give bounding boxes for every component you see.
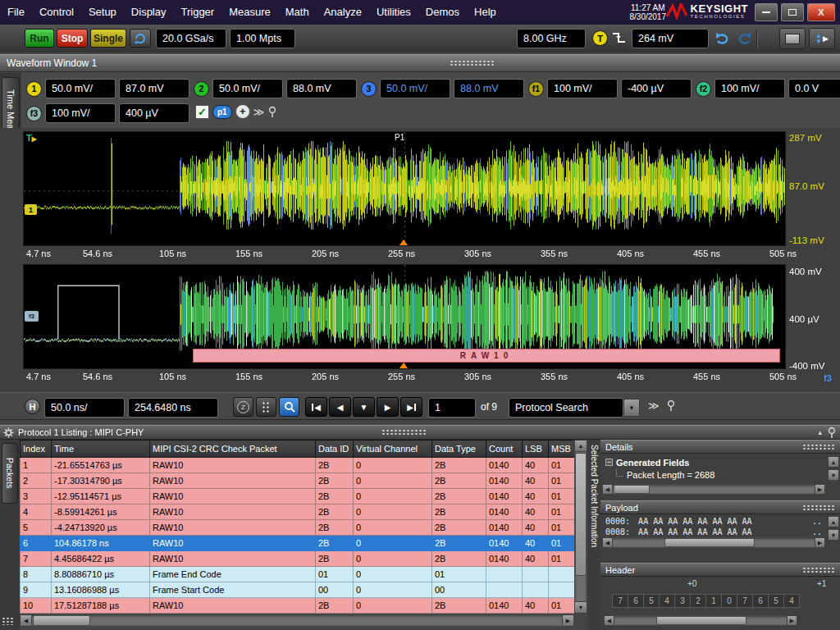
column-header-count[interactable]: Count — [486, 441, 523, 458]
stop-navigation-button[interactable]: ▼ — [353, 397, 375, 417]
details-hscrollbar-thumb[interactable] — [614, 485, 650, 494]
packet-row-4[interactable]: 4-8.59914261 µsRAW102B02B01404001 — [21, 504, 575, 520]
payload-hscrollbar-thumb[interactable] — [664, 538, 755, 547]
function-3-offset[interactable]: 400 µV — [119, 103, 189, 123]
event-index-input[interactable]: 1 — [428, 398, 476, 418]
horizontal-position-display[interactable]: 254.6480 ns — [128, 398, 218, 418]
packet-table[interactable]: IndexTimeMIPI CSI-2 CRC Check PacketData… — [20, 440, 575, 614]
packet-row-8[interactable]: 88.80886710 µsFrame End Code01001 — [21, 567, 575, 582]
trigger-level-display[interactable]: 264 mV — [632, 29, 709, 48]
details-section-header[interactable]: Details — [600, 440, 840, 454]
waveform-window-titlebar[interactable]: Waveform Window 1 — [0, 54, 840, 72]
scroll-down-icon[interactable]: ▼ — [828, 469, 839, 481]
waveform-canvas-1[interactable] — [24, 132, 785, 245]
single-button[interactable]: Single — [90, 29, 126, 48]
scroll-left-icon[interactable]: ◀ — [602, 537, 613, 548]
packet-row-3[interactable]: 3-12.95114571 µsRAW102B02B01404001 — [21, 489, 575, 504]
menu-item-utilities[interactable]: Utilities — [369, 6, 418, 18]
previous-event-button[interactable]: ◀ — [329, 397, 351, 417]
packet-row-5[interactable]: 5-4.24713920 µsRAW102B02B01404001 — [21, 520, 575, 536]
table-hscrollbar-thumb[interactable] — [33, 615, 90, 626]
first-event-button[interactable]: ◀ — [305, 397, 327, 417]
restore-button[interactable] — [781, 3, 804, 21]
channel-2-offset[interactable]: 88.0 mV — [286, 79, 357, 98]
undo-icon[interactable] — [715, 31, 732, 48]
dropdown-arrow-icon[interactable]: ▼ — [623, 399, 640, 417]
menu-item-math[interactable]: Math — [278, 6, 317, 18]
column-header-lsb[interactable]: LSB — [523, 441, 549, 458]
column-header-time[interactable]: Time — [52, 441, 150, 458]
trigger-edge-icon[interactable] — [611, 31, 628, 48]
menu-item-demos[interactable]: Demos — [418, 6, 467, 18]
menu-item-trigger[interactable]: Trigger — [173, 6, 221, 18]
scroll-left-icon[interactable]: ◀ — [604, 615, 614, 626]
menu-item-measure[interactable]: Measure — [221, 6, 278, 18]
drag-grip[interactable] — [381, 429, 427, 436]
bandwidth-display[interactable]: 8.00 GHz — [517, 29, 586, 48]
column-header-msb[interactable]: MSB — [549, 441, 575, 458]
menu-item-analyze[interactable]: Analyze — [317, 6, 369, 18]
pan-handle-icon[interactable] — [256, 397, 276, 417]
column-header-mipi-csi-2-crc-check-packet[interactable]: MIPI CSI-2 CRC Check Packet — [150, 441, 316, 458]
packet-row-10[interactable]: 1017.51287188 µsRAW102B02B01404001 — [21, 598, 575, 614]
column-header-data-id[interactable]: Data ID — [316, 441, 354, 458]
drag-grip[interactable] — [450, 60, 495, 66]
search-zoom-icon[interactable] — [279, 397, 299, 417]
packet-row-6[interactable]: 6104.86178 nsRAW102B02B01404001 — [21, 536, 575, 551]
function-1-offset[interactable]: -400 µV — [621, 79, 692, 98]
pin-icon[interactable] — [827, 427, 837, 439]
channel-3-scale[interactable]: 50.0 mV/ — [380, 79, 450, 98]
packet-row-2[interactable]: 2-17.30314790 µsRAW102B02B01404001 — [21, 473, 575, 489]
channel-1-scale[interactable]: 50.0 mV/ — [45, 79, 116, 98]
measurement-checkbox[interactable]: ✓ — [195, 105, 209, 119]
packet-row-7[interactable]: 74.45686422 µsRAW102B02B01404001 — [21, 551, 575, 567]
autoprobe-icon[interactable]: ▲▼▶ — [809, 28, 835, 49]
menu-item-setup[interactable]: Setup — [81, 6, 124, 18]
channel-2-scale[interactable]: 50.0 mV/ — [212, 79, 283, 98]
function-2-scale[interactable]: 100 mV/ — [714, 79, 785, 98]
more-chevron-icon[interactable]: ≫ — [648, 399, 660, 412]
display-mode-icon[interactable] — [779, 28, 806, 49]
tab-packets[interactable]: Packets — [2, 443, 18, 504]
menu-item-help[interactable]: Help — [467, 6, 504, 18]
function-3-badge[interactable]: f3 — [26, 106, 42, 121]
gear-icon[interactable] — [3, 427, 14, 438]
add-measurement-button[interactable]: + — [235, 104, 250, 119]
table-vscrollbar-thumb[interactable] — [575, 453, 587, 576]
channel-1-offset[interactable]: 87.0 mV — [119, 79, 189, 98]
payload-section-header[interactable]: Payload — [600, 500, 840, 514]
redo-icon[interactable] — [735, 31, 751, 48]
collapse-chevron-icon[interactable]: ▴ — [818, 428, 822, 436]
channel-3-badge[interactable]: 3 — [361, 81, 377, 97]
column-header-index[interactable]: Index — [21, 441, 52, 458]
scroll-up-icon[interactable]: ▲ — [574, 440, 587, 452]
protocol-listing-titlebar[interactable]: Protocol 1 Listing : MIPI C-PHY ▴ — [0, 425, 840, 440]
waveform-plot-1[interactable]: T▶ P1 1 — [23, 131, 786, 246]
resize-grip[interactable] — [2, 617, 13, 625]
more-chevron-icon[interactable]: ≫ — [253, 106, 265, 118]
last-event-button[interactable]: ▶ — [400, 397, 422, 417]
p1-measurement-badge[interactable]: p1 — [212, 105, 232, 119]
packet-row-1[interactable]: 1-21.65514763 µsRAW102B02B01404001 — [21, 458, 575, 473]
function-2-badge[interactable]: f2 — [696, 81, 711, 97]
scroll-down-icon[interactable]: ▼ — [574, 601, 587, 614]
header-section-header[interactable]: Header — [600, 563, 840, 577]
timebase-display[interactable]: 50.0 ns/ — [44, 398, 125, 418]
scroll-right-icon[interactable]: ▶ — [815, 484, 825, 495]
run-button[interactable]: Run — [25, 29, 54, 48]
header-hscrollbar-thumb[interactable] — [656, 616, 746, 625]
zoom-reset-icon[interactable]: Z — [233, 397, 253, 417]
channel-1-badge[interactable]: 1 — [26, 81, 42, 97]
scroll-left-icon[interactable]: ◀ — [20, 614, 32, 627]
details-tree[interactable]: −Generated Fields Packet Length = 2688 — [605, 456, 714, 481]
next-event-button[interactable]: ▶ — [377, 397, 399, 417]
column-header-virtual-channel[interactable]: Virtual Channel — [354, 441, 432, 458]
drag-grip[interactable] — [802, 444, 835, 450]
pin-icon[interactable] — [666, 399, 676, 412]
scroll-right-icon[interactable]: ▶ — [562, 614, 574, 627]
function-3-ground-marker[interactable]: f3 — [25, 311, 39, 322]
menu-item-file[interactable]: File — [0, 6, 32, 18]
function-1-badge[interactable]: f1 — [528, 81, 544, 97]
pin-icon[interactable] — [267, 106, 277, 118]
tree-expander[interactable]: − — [605, 459, 613, 466]
